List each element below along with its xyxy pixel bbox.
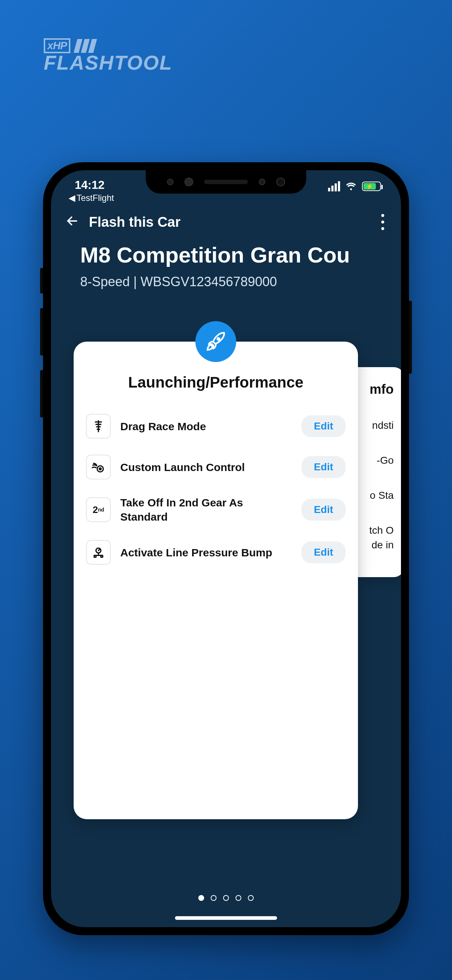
option-drag-race-mode: Drag Race Mode Edit [74, 406, 358, 447]
second-gear-icon: 2nd [86, 497, 111, 522]
drag-tree-icon [86, 414, 111, 439]
status-time: 14:12 [75, 178, 105, 192]
battery-icon: ⚡ [362, 181, 381, 191]
rocket-badge-icon [196, 321, 236, 362]
svg-point-1 [217, 338, 220, 340]
pressure-gauge-icon [86, 540, 111, 565]
card-title: Launching/Performance [74, 374, 358, 391]
phone-frame: 14:12 ◀ TestFlight ⚡ Flash this Car [43, 162, 409, 935]
edit-button[interactable]: Edit [301, 415, 345, 437]
svg-rect-13 [94, 555, 96, 557]
app-bar: Flash this Car M8 Competition Gran Cou 8… [51, 210, 401, 290]
svg-line-10 [99, 549, 100, 550]
option-label: Drag Race Mode [120, 419, 292, 433]
car-name: M8 Competition Gran Cou [65, 242, 387, 267]
flame-wheel-icon [86, 455, 111, 479]
wifi-icon [345, 180, 357, 192]
phone-notch [146, 170, 306, 194]
phone-screen: 14:12 ◀ TestFlight ⚡ Flash this Car [51, 170, 401, 927]
page-dot[interactable] [248, 895, 254, 901]
status-back-to-app[interactable]: ◀ TestFlight [68, 193, 114, 203]
page-indicator[interactable] [198, 895, 254, 901]
page-dot[interactable] [236, 895, 241, 901]
option-label: Custom Launch Control [120, 460, 292, 474]
more-menu-button[interactable] [379, 210, 387, 234]
edit-button[interactable]: Edit [301, 456, 345, 478]
edit-button[interactable]: Edit [301, 499, 345, 520]
page-dot[interactable] [223, 895, 229, 901]
page-dot[interactable] [198, 895, 204, 901]
option-label: Take Off In 2nd Gear As Standard [120, 495, 292, 524]
brand-bars-icon [74, 39, 97, 53]
edit-button[interactable]: Edit [301, 541, 345, 563]
brand-flashtool: FLASHTOOL [44, 51, 172, 75]
svg-rect-14 [101, 555, 103, 557]
appbar-title: Flash this Car [89, 215, 180, 230]
car-subtitle: 8-Speed | WBSGV123456789000 [65, 274, 387, 290]
option-custom-launch-control: Custom Launch Control Edit [74, 447, 358, 487]
svg-point-8 [100, 468, 101, 470]
option-2nd-gear-takeoff: 2nd Take Off In 2nd Gear As Standard Edi… [74, 487, 358, 532]
cell-signal-icon [328, 181, 340, 191]
home-indicator[interactable] [175, 916, 277, 920]
launching-performance-card: Launching/Performance Drag Race Mode Edi… [74, 342, 358, 819]
back-arrow-icon[interactable] [65, 214, 79, 230]
option-line-pressure-bump: Activate Line Pressure Bump Edit [74, 532, 358, 573]
option-label: Activate Line Pressure Bump [120, 546, 292, 560]
brand-logo: xHP FLASHTOOL [44, 38, 172, 75]
page-dot[interactable] [211, 895, 216, 901]
